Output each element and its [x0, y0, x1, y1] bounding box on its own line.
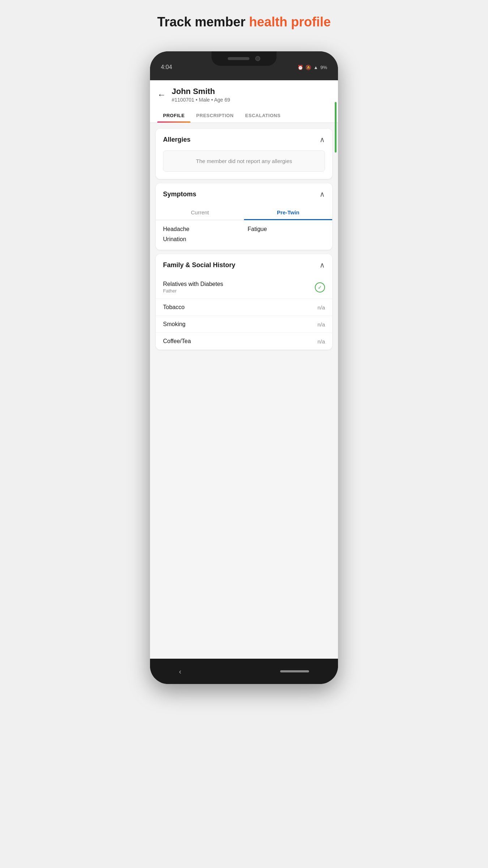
page-wrapper: Track member health profile 4:04 ⏰ 🔕 ▲ 9… [122, 14, 366, 684]
symptoms-chevron-icon[interactable]: ∧ [320, 190, 325, 198]
history-diabetes-check-icon: ✓ [315, 282, 325, 292]
phone-frame: 4:04 ⏰ 🔕 ▲ 9% ← John Smith [150, 51, 338, 684]
symptom-urination: Urination [163, 236, 240, 243]
status-icons: ⏰ 🔕 ▲ 9% [297, 65, 327, 70]
symptom-fatigue: Fatigue [248, 226, 325, 232]
allergies-title: Allergies [163, 136, 191, 144]
allergies-header[interactable]: Allergies ∧ [156, 129, 332, 150]
symptoms-list: Headache Fatigue Urination [156, 226, 332, 250]
history-tobacco-label: Tobacco [163, 304, 185, 311]
symptoms-title: Symptoms [163, 191, 196, 198]
history-item-smoking: Smoking n/a [156, 316, 332, 333]
member-info: #1100701 • Male • Age 69 [172, 97, 230, 103]
notch-bar: 4:04 ⏰ 🔕 ▲ 9% [150, 51, 338, 80]
mute-icon: 🔕 [305, 65, 311, 70]
history-tobacco-value: n/a [317, 304, 325, 311]
member-details: John Smith #1100701 • Male • Age 69 [172, 87, 230, 103]
history-diabetes-label: Relatives with Diabetes [163, 281, 223, 287]
family-history-header[interactable]: Family & Social History ∧ [156, 254, 332, 276]
back-nav-icon[interactable]: ‹ [179, 667, 181, 676]
history-smoking-label: Smoking [163, 321, 185, 328]
notch-cutout [211, 51, 277, 66]
allergies-empty-message: The member did not report any allergies [163, 150, 325, 172]
history-smoking-value: n/a [317, 321, 325, 328]
page-title-static: Track member [157, 14, 249, 29]
home-pill[interactable] [280, 670, 309, 672]
wifi-icon: ▲ [313, 65, 318, 70]
page-title: Track member health profile [157, 14, 331, 30]
phone-screen: ← John Smith #1100701 • Male • Age 69 PR… [150, 80, 338, 659]
history-coffee-value: n/a [317, 338, 325, 345]
allergies-chevron-icon[interactable]: ∧ [320, 135, 325, 144]
history-item-tobacco: Tobacco n/a [156, 299, 332, 316]
tab-bar: PROFILE PRESCRIPTION ESCALATIONS [157, 108, 331, 123]
scrollbar[interactable] [335, 102, 337, 153]
history-item-diabetes: Relatives with Diabetes Father ✓ [156, 276, 332, 299]
symptoms-header[interactable]: Symptoms ∧ [156, 183, 332, 205]
history-diabetes-sublabel: Father [163, 288, 223, 294]
battery-icon: ⏰ [297, 65, 303, 70]
tab-current[interactable]: Current [156, 205, 244, 220]
member-name: John Smith [172, 87, 230, 96]
notch-speaker [228, 57, 249, 60]
phone-bottom-nav: ‹ [150, 659, 338, 684]
symptom-headache: Headache [163, 226, 240, 232]
history-item-coffee: Coffee/Tea n/a [156, 333, 332, 350]
family-history-title: Family & Social History [163, 261, 235, 269]
back-button[interactable]: ← [157, 90, 166, 100]
family-history-chevron-icon[interactable]: ∧ [320, 261, 325, 269]
notch-camera [255, 56, 260, 61]
tab-prescription[interactable]: PRESCRIPTION [191, 108, 240, 123]
status-time: 4:04 [161, 64, 172, 70]
page-title-highlight: health profile [249, 14, 331, 29]
header: ← John Smith #1100701 • Male • Age 69 PR… [150, 80, 338, 123]
allergies-body: The member did not report any allergies [156, 150, 332, 179]
content-area: Allergies ∧ The member did not report an… [150, 123, 338, 355]
history-item-diabetes-label-group: Relatives with Diabetes Father [163, 281, 223, 294]
allergies-card: Allergies ∧ The member did not report an… [156, 129, 332, 179]
family-history-card: Family & Social History ∧ Relatives with… [156, 254, 332, 350]
tab-escalations[interactable]: ESCALATIONS [239, 108, 286, 123]
symptoms-tab-bar: Current Pre-Twin [156, 205, 332, 220]
tab-pretwin[interactable]: Pre-Twin [244, 205, 332, 220]
history-coffee-label: Coffee/Tea [163, 338, 191, 345]
tab-profile[interactable]: PROFILE [157, 108, 191, 123]
header-top: ← John Smith #1100701 • Male • Age 69 [157, 87, 331, 103]
battery-percent: 9% [320, 65, 327, 70]
symptoms-card: Symptoms ∧ Current Pre-Twin Headache Fat… [156, 183, 332, 250]
